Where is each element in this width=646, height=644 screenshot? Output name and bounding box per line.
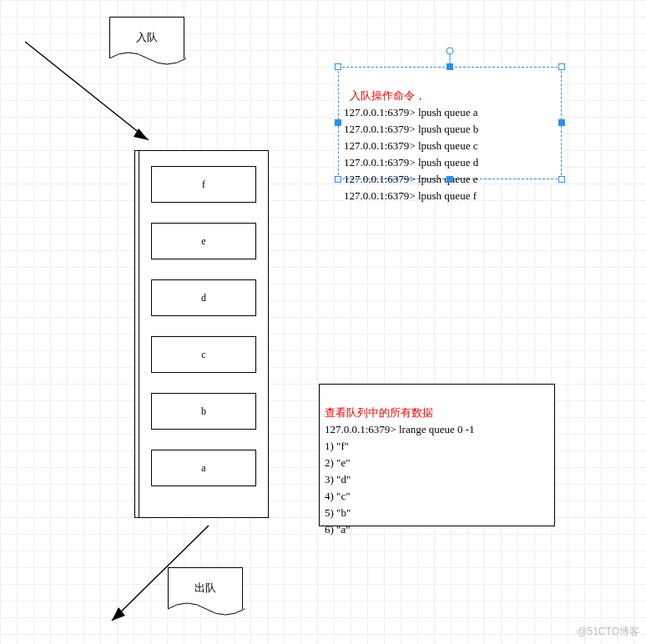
view-panel-line: 4) "c" [325, 490, 350, 502]
enqueue-commands-panel[interactable]: 入队操作命令， 127.0.0.1:6379> lpush queue a 12… [338, 67, 562, 179]
selection-handle[interactable] [558, 119, 565, 126]
enqueue-panel-line: 127.0.0.1:6379> lpush queue b [344, 123, 478, 135]
queue-cell: f [151, 166, 256, 203]
selection-handle[interactable] [335, 119, 341, 126]
enqueue-panel-line: 127.0.0.1:6379> lpush queue d [344, 156, 478, 169]
enqueue-panel-line: 127.0.0.1:6379> lpush queue e [344, 173, 477, 185]
rotate-handle[interactable] [446, 46, 454, 68]
watermark: @51CTO博客 [577, 625, 639, 639]
view-panel-line: 6) "a" [325, 523, 350, 536]
svg-line-0 [25, 42, 149, 140]
queue-cell: a [151, 450, 256, 486]
enqueue-panel-line: 127.0.0.1:6379> lpush queue a [344, 106, 477, 118]
enqueue-arrow [17, 33, 184, 167]
queue-container: f e d c b a [139, 150, 269, 518]
view-panel-title: 查看队列中的所有数据 [325, 406, 433, 419]
svg-point-5 [447, 48, 453, 54]
queue-cell: b [151, 393, 256, 430]
view-queue-panel[interactable]: 查看队列中的所有数据 127.0.0.1:6379> lrange queue … [319, 384, 555, 526]
selection-handle[interactable] [335, 176, 341, 183]
selection-handle[interactable] [558, 63, 565, 70]
enqueue-panel-title: 入队操作命令， [350, 89, 426, 102]
view-panel-line: 2) "e" [325, 456, 350, 469]
view-panel-line: 3) "d" [325, 473, 351, 486]
view-panel-line: 1) "f" [325, 440, 349, 452]
selection-handle[interactable] [558, 176, 565, 183]
view-panel-line: 5) "b" [325, 506, 351, 519]
selection-handle[interactable] [335, 63, 341, 70]
enqueue-panel-line: 127.0.0.1:6379> lpush queue f [344, 189, 477, 202]
queue-cell: e [151, 223, 256, 259]
queue-cell: d [151, 279, 256, 316]
queue-cell: c [151, 336, 256, 373]
view-panel-line: 127.0.0.1:6379> lrange queue 0 -1 [325, 423, 475, 435]
dequeue-label-text: 出队 [194, 581, 216, 594]
enqueue-panel-line: 127.0.0.1:6379> lpush queue c [344, 139, 477, 152]
selection-handle[interactable] [447, 176, 453, 183]
dequeue-label-shape: 出队 [168, 567, 243, 609]
